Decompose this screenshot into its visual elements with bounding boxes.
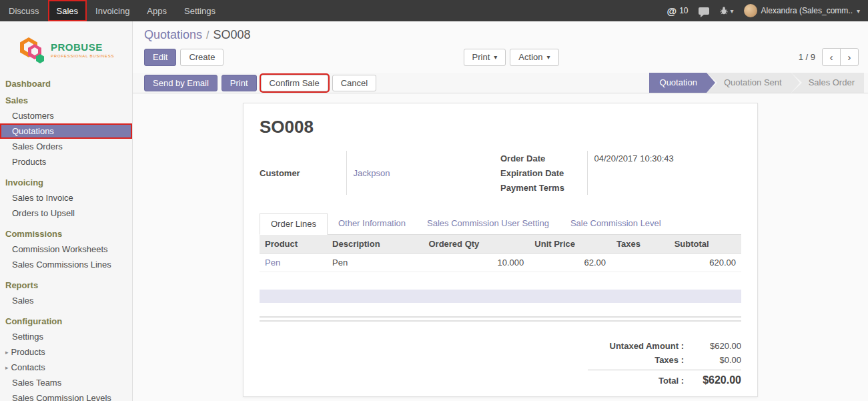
pager: 1 / 9 ‹ ›	[799, 48, 859, 66]
logo-subtitle: PROFESSIONAL BUSINESS	[51, 54, 114, 58]
sidebar-section-invoicing: Invoicing	[0, 175, 132, 190]
untaxed-amount-label: Untaxed Amount :	[588, 341, 684, 351]
cell-product[interactable]: Pen	[265, 258, 280, 268]
top-navbar: Discuss Sales Invoicing Apps Settings @ …	[0, 0, 868, 21]
caret-down-icon: ▾	[547, 53, 550, 61]
main-panel: Quotations/SO008 Edit Create Print ▾ Act…	[133, 21, 868, 401]
tab-order-lines[interactable]: Order Lines	[260, 213, 328, 235]
expand-icon: ▸	[5, 349, 9, 356]
user-name: Alexandra (Sales_comm..	[761, 6, 853, 15]
separator-line	[260, 320, 741, 322]
breadcrumb-quotations[interactable]: Quotations	[144, 28, 202, 41]
sidebar-item-sales-teams[interactable]: Sales Teams	[0, 375, 132, 390]
sidebar-section-sales: Sales	[0, 93, 132, 108]
separator-line	[260, 316, 741, 318]
mention-counter[interactable]: @ 10	[667, 5, 689, 17]
breadcrumb-current: SO008	[213, 28, 251, 41]
untaxed-amount-value: $620.00	[693, 341, 741, 351]
breadcrumb: Quotations/SO008	[133, 21, 868, 42]
totals-block: Untaxed Amount : $620.00 Taxes : $0.00 T…	[588, 339, 741, 388]
sidebar-item-products[interactable]: Products	[0, 154, 132, 169]
create-button[interactable]: Create	[180, 49, 224, 66]
print-report-button[interactable]: Print	[222, 75, 257, 91]
sidebar-item-products-config[interactable]: ▸Products	[0, 344, 132, 360]
app-menu: Discuss Sales Invoicing Apps Settings	[0, 0, 224, 21]
content-area: SO008 Customer Jackpson Order Date 04/20…	[133, 93, 868, 401]
total-value: $620.00	[693, 374, 741, 386]
tab-sales-commission-user-setting[interactable]: Sales Commission User Setting	[416, 213, 560, 235]
cell-ordered-qty: 10.000	[423, 254, 529, 272]
expand-icon: ▸	[5, 364, 9, 371]
logo-text: PROBUSE PROFESSIONAL BUSINESS	[51, 42, 114, 58]
col-header-product[interactable]: Product	[260, 235, 327, 254]
cell-taxes	[611, 254, 669, 272]
logo-hexagon-icon	[20, 36, 45, 64]
tab-sale-commission-level[interactable]: Sale Commission Level	[560, 213, 672, 235]
status-step-sales-order[interactable]: Sales Order	[791, 73, 864, 93]
sidebar-item-orders-to-upsell[interactable]: Orders to Upsell	[0, 206, 132, 221]
print-dropdown-label: Print	[472, 52, 490, 62]
cell-subtotal: 620.00	[669, 254, 741, 272]
bug-icon	[719, 6, 729, 15]
status-step-quotation[interactable]: Quotation	[649, 73, 707, 93]
nav-item-settings[interactable]: Settings	[175, 0, 224, 21]
topnav-right: @ 10 ▾ Alexandra (Sales_comm.. ▾	[667, 0, 868, 21]
mention-count: 10	[679, 6, 688, 15]
col-header-subtotal[interactable]: Subtotal	[669, 235, 741, 254]
sidebar-section-configuration: Configuration	[0, 314, 132, 329]
order-line-row[interactable]: Pen Pen 10.000 62.00 620.00	[260, 254, 741, 272]
cancel-button[interactable]: Cancel	[332, 75, 376, 91]
sidebar-item-contacts[interactable]: ▸Contacts	[0, 360, 132, 375]
status-step-quotation-sent[interactable]: Quotation Sent	[707, 73, 791, 93]
nav-item-apps[interactable]: Apps	[138, 0, 175, 21]
sidebar-item-label: Contacts	[11, 362, 45, 372]
statusbar-steps: Quotation Quotation Sent Sales Order	[649, 73, 864, 93]
sidebar: PROBUSE PROFESSIONAL BUSINESS Dashboard …	[0, 21, 133, 401]
send-by-email-button[interactable]: Send by Email	[144, 75, 218, 91]
sidebar-section-dashboard[interactable]: Dashboard	[0, 76, 132, 91]
customer-value-link[interactable]: Jackpson	[354, 168, 390, 178]
action-dropdown[interactable]: Action ▾	[510, 49, 558, 66]
tab-other-information[interactable]: Other Information	[328, 213, 416, 235]
sidebar-item-sales-report[interactable]: Sales	[0, 293, 132, 308]
sidebar-section-commissions: Commissions	[0, 226, 132, 242]
nav-item-sales[interactable]: Sales	[48, 0, 87, 21]
chat-icon[interactable]	[699, 7, 709, 15]
notebook-tabs: Order Lines Other Information Sales Comm…	[260, 212, 741, 235]
pager-previous-button[interactable]: ‹	[822, 48, 841, 66]
col-header-unit-price[interactable]: Unit Price	[529, 235, 611, 254]
col-header-taxes[interactable]: Taxes	[611, 235, 669, 254]
breadcrumb-separator: /	[206, 29, 209, 41]
user-menu[interactable]: Alexandra (Sales_comm.. ▾	[744, 4, 860, 17]
notes-area	[260, 290, 741, 303]
sidebar-item-sales-commissions-lines[interactable]: Sales Commissions Lines	[0, 257, 132, 272]
order-date-value: 04/20/2017 10:30:43	[587, 151, 741, 165]
sidebar-item-sales-to-invoice[interactable]: Sales to Invoice	[0, 190, 132, 206]
debug-menu[interactable]: ▾	[719, 6, 734, 15]
company-logo[interactable]: PROBUSE PROFESSIONAL BUSINESS	[0, 21, 132, 73]
nav-item-discuss[interactable]: Discuss	[0, 0, 48, 21]
sidebar-item-settings[interactable]: Settings	[0, 329, 132, 344]
caret-down-icon: ▾	[857, 7, 860, 15]
sidebar-item-sales-orders[interactable]: Sales Orders	[0, 139, 132, 154]
at-icon: @	[667, 5, 677, 17]
sidebar-item-quotations[interactable]: Quotations	[0, 123, 132, 139]
action-dropdown-label: Action	[518, 52, 542, 62]
nav-item-invoicing[interactable]: Invoicing	[87, 0, 138, 21]
logo-title: PROBUSE	[51, 42, 114, 52]
col-header-ordered-qty[interactable]: Ordered Qty	[423, 235, 529, 254]
print-dropdown[interactable]: Print ▾	[464, 49, 506, 66]
sidebar-section-reports: Reports	[0, 278, 132, 293]
order-lines-table: Product Description Ordered Qty Unit Pri…	[260, 235, 741, 272]
taxes-value: $0.00	[693, 355, 741, 365]
confirm-sale-button[interactable]: Confirm Sale	[261, 75, 328, 91]
payment-terms-value	[587, 180, 741, 195]
pager-next-button[interactable]: ›	[840, 48, 859, 66]
sidebar-item-commission-worksheets[interactable]: Commission Worksheets	[0, 242, 132, 257]
edit-button[interactable]: Edit	[144, 49, 176, 66]
sidebar-item-customers[interactable]: Customers	[0, 108, 132, 123]
statusbar: Send by Email Print Confirm Sale Cancel …	[133, 73, 868, 93]
sidebar-item-sales-commission-levels[interactable]: Sales Commission Levels	[0, 390, 132, 401]
customer-label: Customer	[260, 151, 346, 195]
col-header-description[interactable]: Description	[327, 235, 423, 254]
